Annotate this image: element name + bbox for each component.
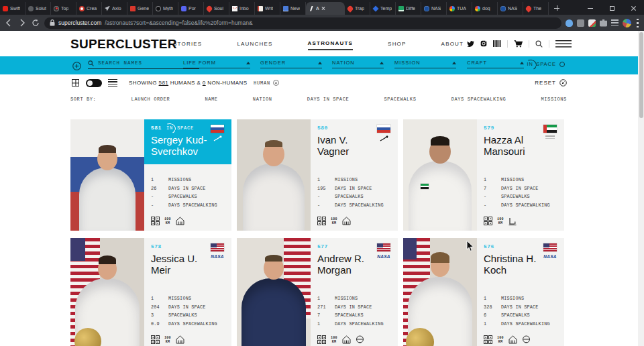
sort-spacewalks[interactable]: SPACEWALKS <box>384 97 416 102</box>
tab-title: TUA <box>457 6 466 11</box>
window-minimize-button[interactable] <box>580 1 601 15</box>
chrome-menu-icon[interactable] <box>637 19 639 27</box>
instagram-icon[interactable] <box>480 40 487 47</box>
browser-tab[interactable]: Myth <box>153 2 178 15</box>
karman-line-icon: 100KM <box>164 337 171 344</box>
add-filter-icon[interactable] <box>72 61 81 70</box>
window-maximize-button[interactable] <box>601 1 623 15</box>
reset-filters-button[interactable]: RESET <box>535 79 567 86</box>
google-favicon <box>449 6 455 11</box>
sort-missions[interactable]: MISSIONS <box>541 97 567 102</box>
nav-launches[interactable]: LAUNCHES <box>237 38 272 50</box>
astronaut-card[interactable]: 581IN SPACE Sergey Kud-Sverchkov 1MISSIO… <box>70 119 231 231</box>
nav-astronauts[interactable]: ASTRONAUTS <box>308 38 354 50</box>
nav-shop[interactable]: SHOP <box>388 38 406 50</box>
browser-tab[interactable]: Writ <box>255 2 280 15</box>
life-form-dropdown[interactable]: LIFE FORM <box>183 60 250 68</box>
usa-flag-icon <box>543 243 557 251</box>
browser-tab[interactable]: Soul <box>204 2 229 15</box>
list-view-icon[interactable] <box>108 79 117 86</box>
scrollbar-thumb[interactable] <box>639 32 643 118</box>
supercluster-favicon <box>309 6 314 11</box>
divider <box>549 40 549 48</box>
astronaut-card[interactable]: 578 Jessica U. Meir NASA 1MISSIONS 204DA… <box>70 238 231 346</box>
profile-avatar[interactable] <box>623 19 631 27</box>
browser-tab[interactable]: Diffe <box>396 2 421 15</box>
photos-extension-icon[interactable] <box>588 19 596 27</box>
browser-tab[interactable]: dog <box>472 2 498 15</box>
chevron-up-icon <box>452 62 456 64</box>
notebook-favicon <box>258 6 263 11</box>
new-tab-button[interactable] <box>551 3 562 13</box>
sort-days-in-space[interactable]: DAYS IN SPACE <box>307 97 349 102</box>
astronaut-name[interactable]: Jessica U. Meir <box>151 253 214 276</box>
stats-list: 1MISSIONS 204DAYS IN SPACE 3SPACEWALKS 0… <box>151 296 227 329</box>
astronaut-name[interactable]: Sergey Kud-Sverchkov <box>151 134 214 158</box>
tab-title: A <box>316 6 319 11</box>
tab-close-icon[interactable] <box>321 7 325 11</box>
astronaut-card[interactable]: 576 Christina H. Koch NASA 1MISSIONS 328… <box>403 238 564 346</box>
grid-view-icon[interactable] <box>72 79 79 86</box>
remove-filter-icon[interactable] <box>273 80 279 86</box>
achievement-badges: 100KM <box>317 217 351 225</box>
extensions-puzzle-icon[interactable] <box>600 19 607 27</box>
astronaut-name[interactable]: Hazza Al Mansouri <box>484 134 547 158</box>
orbital-flight-icon <box>484 217 492 225</box>
astronaut-card[interactable]: 580 Ivan V. Vagner 1MISSIONS 195DAYS IN … <box>237 119 398 231</box>
window-close-button[interactable] <box>623 1 644 15</box>
nation-dropdown[interactable]: NATION <box>332 60 384 68</box>
browser-tab[interactable]: Por <box>178 2 204 15</box>
forward-button[interactable] <box>17 18 27 27</box>
close-icon <box>631 5 636 11</box>
tab-title: dog <box>482 6 490 11</box>
browser-tab[interactable]: Swift <box>0 2 25 15</box>
refresh-button[interactable] <box>31 18 40 27</box>
browser-tab[interactable]: Trap <box>345 2 370 15</box>
view-toggle-switch[interactable] <box>86 79 102 87</box>
browser-tab[interactable]: Crea <box>76 2 102 15</box>
sort-name[interactable]: NAME <box>205 97 217 102</box>
address-bar[interactable]: supercluster.com/astronauts?sort=&ascend… <box>44 17 561 29</box>
search-icon[interactable] <box>535 40 543 48</box>
browser-tab[interactable]: Gene <box>127 2 153 15</box>
page-scrollbar[interactable] <box>638 31 644 346</box>
sort-launch-order[interactable]: LAUNCH ORDER <box>131 97 170 102</box>
browser-tab[interactable]: TUA <box>447 2 472 15</box>
browser-tab[interactable]: New <box>280 2 306 15</box>
extension-icon[interactable] <box>577 19 584 27</box>
hamburger-menu-icon[interactable] <box>555 40 572 48</box>
browser-tab[interactable]: NAS <box>421 2 447 15</box>
astronaut-name[interactable]: Christina H. Koch <box>484 253 547 276</box>
supercluster-logo[interactable]: SUPERCLUSTER <box>70 37 177 52</box>
browser-tab[interactable]: Inbo <box>229 2 255 15</box>
in-space-toggle[interactable]: IN SPACE <box>527 61 565 67</box>
cart-icon[interactable] <box>514 40 523 48</box>
browser-tab-active[interactable]: A <box>306 2 345 15</box>
browser-tab[interactable]: Top <box>51 2 76 15</box>
sort-days-spacewalking[interactable]: DAYS SPACEWALKING <box>451 97 506 102</box>
astronaut-card[interactable]: 577 Andrew R. Morgan NASA 1MISSIONS 271D… <box>237 238 398 346</box>
browser-tab[interactable]: Solut <box>25 2 51 15</box>
reading-list-icon[interactable] <box>611 19 619 27</box>
browser-tab[interactable]: Temp <box>370 2 396 15</box>
astronaut-name[interactable]: Ivan V. Vagner <box>317 134 380 158</box>
karman-line-icon: 100KM <box>164 218 171 225</box>
active-filter-chip[interactable]: HUMAN <box>254 80 279 86</box>
browser-tab[interactable]: Axio <box>102 2 127 15</box>
astronaut-card[interactable]: 579 Hazza Al Mansouri 1MISSIONS 7DAYS IN… <box>403 119 564 231</box>
nav-about[interactable]: ABOUT <box>441 38 464 50</box>
lock-icon <box>50 19 55 26</box>
gender-dropdown[interactable]: GENDER <box>260 60 322 68</box>
cloud-extension-icon[interactable] <box>566 19 573 27</box>
twitter-icon[interactable] <box>467 41 474 47</box>
barcode-icon[interactable] <box>493 40 501 47</box>
mission-dropdown[interactable]: MISSION <box>394 60 456 68</box>
browser-tab[interactable]: NAS <box>498 2 523 15</box>
browser-tab[interactable]: The <box>523 2 549 15</box>
chip-label: HUMAN <box>254 80 270 86</box>
craft-dropdown[interactable]: CRAFT <box>467 60 524 68</box>
sort-nation[interactable]: NATION <box>253 97 272 102</box>
nav-stories[interactable]: STORIES <box>173 38 202 50</box>
back-button[interactable] <box>4 18 13 27</box>
astronaut-name[interactable]: Andrew R. Morgan <box>317 253 380 276</box>
